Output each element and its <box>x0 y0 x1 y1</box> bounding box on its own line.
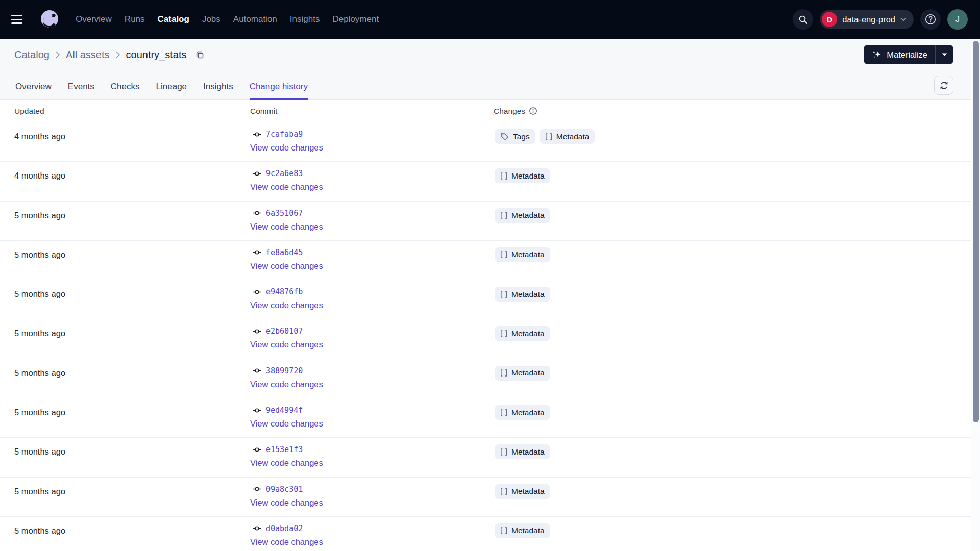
view-code-changes-link[interactable]: View code changes <box>250 419 323 429</box>
commit-icon <box>253 485 261 493</box>
nav-item-runs[interactable]: Runs <box>125 14 145 24</box>
chevron-right-icon <box>55 51 60 59</box>
change-badge-label: Tags <box>513 132 530 141</box>
tab-checks[interactable]: Checks <box>111 82 140 99</box>
change-badge-label: Metadata <box>511 526 545 535</box>
commit-cell: e153e1f3View code changes <box>242 438 486 477</box>
changes-cell: Metadata <box>486 517 971 551</box>
nav-item-jobs[interactable]: Jobs <box>202 14 220 24</box>
commit-line: e153e1f3 <box>250 445 486 454</box>
change-badge-metadata: Metadata <box>540 129 595 144</box>
nav-item-overview[interactable]: Overview <box>76 14 112 24</box>
view-code-changes-link[interactable]: View code changes <box>250 182 323 192</box>
column-header-commit: Commit <box>242 100 486 122</box>
view-code-changes-link[interactable]: View code changes <box>250 261 323 271</box>
breadcrumb-catalog[interactable]: Catalog <box>14 49 50 61</box>
nav-item-catalog[interactable]: Catalog <box>158 14 189 24</box>
commit-cell: 6a351067View code changes <box>242 202 486 240</box>
commit-icon <box>253 130 261 139</box>
changes-cell: Metadata <box>486 162 971 201</box>
tab-lineage[interactable]: Lineage <box>156 82 187 99</box>
change-badge-label: Metadata <box>511 329 545 338</box>
table-row: 4 months ago7cafaba9View code changesTag… <box>0 122 971 162</box>
tab-overview[interactable]: Overview <box>15 82 52 99</box>
updated-cell: 5 months ago <box>0 359 242 398</box>
view-code-changes-link[interactable]: View code changes <box>250 222 323 232</box>
dagster-logo-icon[interactable] <box>38 8 61 31</box>
commit-hash-link[interactable]: e94876fb <box>266 287 303 296</box>
commit-line: 38899720 <box>250 366 486 375</box>
materialize-dropdown-button[interactable] <box>935 45 953 64</box>
change-history-rows: 4 months ago7cafaba9View code changesTag… <box>0 122 971 551</box>
commit-line: e94876fb <box>250 287 486 296</box>
page-content: Catalog All assets country_stats <box>0 39 971 551</box>
table-row: 5 months agofe8a6d45View code changesMet… <box>0 241 971 280</box>
sparkle-icon <box>871 49 882 60</box>
table-header: Updated Commit Changes <box>0 100 971 122</box>
commit-hash-link[interactable]: 9c2a6e83 <box>266 169 303 178</box>
commit-hash-link[interactable]: e2b60107 <box>266 327 303 336</box>
view-code-changes-link[interactable]: View code changes <box>250 143 323 153</box>
updated-cell: 4 months ago <box>0 162 242 201</box>
commit-hash-link[interactable]: e153e1f3 <box>266 445 303 454</box>
change-badge-label: Metadata <box>556 132 590 141</box>
info-icon[interactable] <box>529 107 537 115</box>
commit-hash-link[interactable]: fe8a6d45 <box>266 248 303 257</box>
primary-nav: OverviewRunsCatalogJobsAutomationInsight… <box>76 14 379 24</box>
refresh-button[interactable] <box>934 76 953 95</box>
commit-line: 7cafaba9 <box>250 130 486 139</box>
nav-item-insights[interactable]: Insights <box>290 14 320 24</box>
commit-cell: 09a8c301View code changes <box>242 478 486 516</box>
updated-cell: 5 months ago <box>0 517 242 551</box>
commit-line: 09a8c301 <box>250 485 486 494</box>
brackets-icon <box>500 369 507 377</box>
breadcrumb-all-assets[interactable]: All assets <box>66 49 110 61</box>
commit-icon <box>253 366 261 375</box>
commit-cell: 9ed4994fView code changes <box>242 398 486 437</box>
brackets-icon <box>500 448 507 456</box>
search-button[interactable] <box>793 9 813 30</box>
view-code-changes-link[interactable]: View code changes <box>250 498 323 508</box>
commit-hash-link[interactable]: 7cafaba9 <box>266 130 303 139</box>
commit-icon <box>253 445 261 454</box>
commit-hash-link[interactable]: d0abda02 <box>266 524 303 533</box>
commit-hash-link[interactable]: 09a8c301 <box>266 485 303 494</box>
change-badge-label: Metadata <box>511 368 545 378</box>
tab-change-history[interactable]: Change history <box>250 82 308 99</box>
scrollbar-thumb[interactable] <box>973 41 979 422</box>
commit-hash-link[interactable]: 6a351067 <box>266 209 303 218</box>
change-badge-metadata: Metadata <box>495 247 550 262</box>
column-header-changes: Changes <box>486 100 971 122</box>
commit-hash-link[interactable]: 9ed4994f <box>266 406 303 415</box>
user-avatar[interactable]: J <box>947 9 968 30</box>
updated-cell: 5 months ago <box>0 319 242 358</box>
nav-item-deployment[interactable]: Deployment <box>332 14 379 24</box>
commit-hash-link[interactable]: 38899720 <box>266 366 303 375</box>
view-code-changes-link[interactable]: View code changes <box>250 380 323 389</box>
caret-down-icon <box>942 53 947 56</box>
view-code-changes-link[interactable]: View code changes <box>250 458 323 468</box>
materialize-button[interactable]: Materialize <box>864 45 935 64</box>
top-nav: OverviewRunsCatalogJobsAutomationInsight… <box>0 0 980 39</box>
commit-line: 6a351067 <box>250 209 486 218</box>
change-badge-label: Metadata <box>511 171 545 181</box>
copy-asset-name-button[interactable] <box>195 50 205 60</box>
nav-item-automation[interactable]: Automation <box>233 14 277 24</box>
tab-insights[interactable]: Insights <box>203 82 233 99</box>
table-row: 5 months agoe94876fbView code changesMet… <box>0 280 971 319</box>
view-code-changes-link[interactable]: View code changes <box>250 340 323 349</box>
copy-icon <box>195 50 205 60</box>
change-badge-metadata: Metadata <box>495 326 550 341</box>
view-code-changes-link[interactable]: View code changes <box>250 300 323 310</box>
view-code-changes-link[interactable]: View code changes <box>250 537 323 547</box>
help-button[interactable] <box>920 9 941 30</box>
workspace-switcher[interactable]: D data-eng-prod <box>820 10 914 29</box>
tab-events[interactable]: Events <box>68 82 94 99</box>
menu-icon[interactable] <box>11 15 24 24</box>
commit-icon <box>253 169 261 178</box>
updated-cell: 4 months ago <box>0 122 242 161</box>
scrollbar-track <box>971 39 980 551</box>
brackets-icon <box>500 527 507 535</box>
change-badge-label: Metadata <box>511 487 545 496</box>
changes-cell: Metadata <box>486 359 971 398</box>
